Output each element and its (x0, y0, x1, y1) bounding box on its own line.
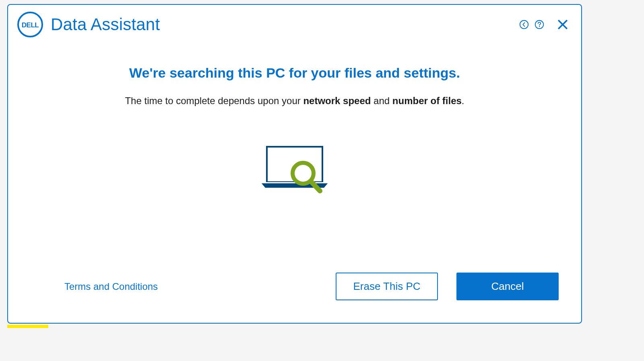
svg-point-2 (520, 21, 528, 29)
bottom-bar: Terms and Conditions Erase This PC Cance… (8, 273, 581, 323)
headline-text: We're searching this PC for your files a… (129, 65, 460, 81)
back-icon[interactable] (518, 19, 530, 30)
subtext-suffix: . (462, 95, 464, 106)
help-icon[interactable] (534, 19, 545, 30)
title-left: DELL Data Assistant (17, 11, 160, 38)
subtext-bold2: number of files (392, 95, 462, 106)
subtext: The time to complete depends upon your n… (125, 95, 464, 107)
button-group: Erase This PC Cancel (336, 273, 559, 300)
close-icon[interactable] (555, 17, 570, 32)
terms-and-conditions-link[interactable]: Terms and Conditions (64, 281, 158, 292)
data-assistant-dialog: DELL Data Assistant (7, 4, 582, 324)
laptop-search-illustration-icon (260, 145, 329, 195)
cancel-button[interactable]: Cancel (456, 273, 559, 300)
dell-logo-icon: DELL (17, 11, 43, 38)
content-area: We're searching this PC for your files a… (8, 41, 581, 273)
subtext-mid: and (371, 95, 392, 106)
title-bar: DELL Data Assistant (8, 5, 581, 41)
title-right (518, 17, 570, 32)
subtext-bold1: network speed (303, 95, 371, 106)
svg-point-4 (539, 26, 540, 27)
erase-this-pc-button[interactable]: Erase This PC (336, 273, 438, 300)
yellow-highlight (7, 325, 48, 328)
subtext-prefix: The time to complete depends upon your (125, 95, 303, 106)
svg-text:DELL: DELL (22, 21, 39, 29)
app-title: Data Assistant (51, 15, 160, 34)
